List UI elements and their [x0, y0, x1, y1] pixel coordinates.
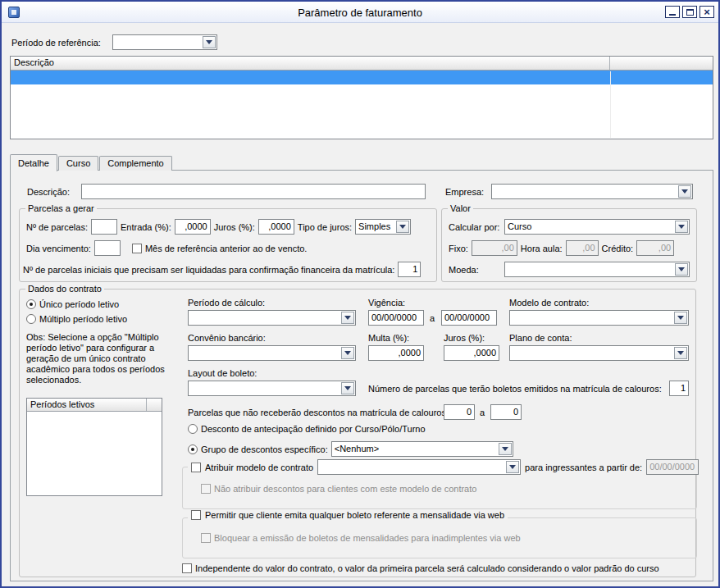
list-column-divider	[146, 399, 147, 411]
chevron-down-icon[interactable]	[203, 36, 216, 48]
tab-curso[interactable]: Curso	[58, 156, 98, 171]
plano-conta-select[interactable]	[509, 345, 689, 361]
unico-periodo-radio[interactable]	[26, 299, 36, 309]
mes-referencia-label[interactable]: Mês de referência anterior ao de vencto.	[145, 244, 308, 253]
chevron-down-icon[interactable]	[396, 221, 409, 233]
num-parcelas-input[interactable]	[91, 219, 117, 235]
obs-text: Obs: Selecione a opção "Múltiplo período…	[26, 332, 177, 385]
tipo-juros-select[interactable]: Simples	[355, 219, 411, 235]
nao-atribuir-descontos-label: Não atribuir descontos para clientes com…	[214, 484, 476, 494]
parcelas-sem-desconto-fim-input[interactable]: 0	[490, 404, 522, 420]
parcelas-sem-desconto-separator: a	[480, 408, 485, 417]
empresa-select[interactable]	[491, 184, 693, 199]
unico-periodo-label[interactable]: Único período letivo	[39, 299, 119, 309]
permitir-boleto-web-checkbox[interactable]	[191, 510, 201, 520]
calcular-por-select[interactable]: Curso	[504, 219, 690, 235]
calcular-por-label: Calcular por:	[449, 222, 501, 232]
desconto-antecipacao-label[interactable]: Desconto de antecipação definido por Cur…	[201, 424, 426, 434]
chevron-down-icon[interactable]	[674, 347, 687, 359]
atribuir-modelo-checkbox[interactable]	[191, 463, 201, 472]
independente-valor-checkbox[interactable]	[182, 563, 192, 573]
ingressantes-data-input: 00/00/0000	[646, 459, 699, 475]
chevron-down-icon[interactable]	[675, 263, 688, 276]
atribuir-modelo-value	[318, 460, 505, 474]
valor-row-2: Fixo: ,00 Hora aula: ,00 Crédito: ,00	[449, 240, 690, 256]
nao-atribuir-row: Não atribuir descontos para clientes com…	[201, 484, 476, 494]
atribuir-modelo-label[interactable]: Atribuir modelo de contrato	[205, 463, 313, 472]
tab-complemento[interactable]: Complemento	[99, 156, 171, 171]
tab-detalhe[interactable]: Detalhe	[10, 154, 57, 171]
entrada-input[interactable]: ,0000	[175, 219, 211, 235]
bloquear-emissao-row: Bloquear a emissão de boletos de mensali…	[201, 533, 521, 543]
multiplo-periodo-radio[interactable]	[26, 314, 36, 324]
multa-input[interactable]: ,0000	[368, 345, 424, 361]
juros-contrato-label: Juros (%):	[444, 333, 485, 343]
moeda-select[interactable]	[504, 262, 690, 277]
bloquear-emissao-label: Bloquear a emissão de boletos de mensali…	[214, 533, 521, 543]
group-atribuir-modelo: Atribuir modelo de contrato para ingress…	[182, 467, 697, 509]
layout-boleto-select[interactable]	[188, 381, 356, 396]
parcelas-row-2: Dia vencimento: Mês de referência anteri…	[26, 240, 307, 256]
grid-selected-row[interactable]	[11, 71, 713, 84]
dia-vencimento-input[interactable]	[94, 240, 121, 256]
plano-conta-label: Plano de conta:	[509, 333, 572, 343]
parcelas-iniciais-input[interactable]: 1	[398, 262, 421, 277]
minimize-icon	[669, 14, 676, 16]
grupo-descontos-row: Grupo de descontos específico: <Nenhum>	[188, 441, 513, 457]
chevron-down-icon[interactable]	[341, 312, 354, 324]
close-button[interactable]	[699, 6, 714, 18]
num-boletos-label: Número de parcelas que terão boletos emi…	[368, 384, 662, 394]
vigencia-fim-input[interactable]: 00/00/0000	[441, 310, 497, 326]
modelo-contrato-select[interactable]	[509, 310, 689, 326]
credito-input: ,00	[636, 240, 674, 256]
convenio-bancario-select[interactable]	[188, 345, 356, 361]
permitir-boleto-web-label[interactable]: Permitir que cliente emita qualquer bole…	[205, 510, 504, 520]
permitir-boleto-legend: Permitir que cliente emita qualquer bole…	[188, 510, 508, 520]
grupo-descontos-value: <Nenhum>	[332, 442, 498, 456]
chevron-down-icon[interactable]	[678, 185, 691, 198]
hora-aula-input: ,00	[566, 240, 599, 256]
chevron-down-icon[interactable]	[506, 461, 519, 473]
atribuir-modelo-select[interactable]	[317, 459, 521, 475]
periodo-referencia-select[interactable]	[112, 34, 217, 50]
vigencia-label: Vigência:	[368, 298, 405, 308]
grupo-descontos-select[interactable]: <Nenhum>	[331, 441, 513, 457]
multiplo-periodo-label[interactable]: Múltiplo período letivo	[39, 314, 127, 324]
resultados-grid[interactable]: Descrição	[10, 56, 713, 139]
juros-contrato-input[interactable]: ,0000	[444, 345, 499, 361]
group-valor-title: Valor	[448, 203, 473, 213]
mes-referencia-checkbox[interactable]	[132, 244, 142, 253]
minimize-button[interactable]	[665, 6, 680, 18]
grid-column-descricao[interactable]: Descrição	[11, 57, 610, 70]
chevron-down-icon[interactable]	[675, 221, 688, 233]
convenio-label: Convênio bancário:	[188, 333, 266, 343]
multiplo-periodo-row: Múltiplo período letivo	[26, 314, 127, 324]
grupo-descontos-label[interactable]: Grupo de descontos específico:	[201, 444, 328, 454]
dialog-parametro-faturamento: Parâmetro de faturamento Período de refe…	[0, 0, 720, 588]
independente-valor-label[interactable]: Independente do valor do contrato, o val…	[195, 563, 659, 573]
periodos-letivos-list[interactable]: Períodos letivos	[26, 398, 162, 496]
parcelas-sem-desconto-inicio-input[interactable]: 0	[444, 404, 475, 420]
fixo-label: Fixo:	[449, 244, 468, 253]
vigencia-inicio-input[interactable]: 00/00/0000	[368, 310, 424, 326]
maximize-icon	[686, 9, 694, 16]
juros-label: Juros (%):	[214, 222, 255, 232]
grupo-descontos-radio[interactable]	[188, 444, 198, 454]
chevron-down-icon[interactable]	[674, 312, 687, 324]
periodo-calculo-select[interactable]	[188, 310, 356, 326]
desconto-antecipacao-radio[interactable]	[188, 424, 198, 434]
chevron-down-icon[interactable]	[341, 382, 354, 394]
group-parcelas-a-gerar: Parcelas a gerar Nº de parcelas: Entrada…	[19, 208, 437, 282]
modelo-contrato-label: Modelo de contrato:	[509, 298, 589, 308]
juros-input[interactable]: ,0000	[258, 219, 294, 235]
desconto-antecipacao-row: Desconto de antecipação definido por Cur…	[188, 424, 426, 434]
periodo-calculo-label: Período de cálculo:	[188, 298, 265, 308]
chevron-down-icon[interactable]	[341, 347, 354, 359]
grid-column-extra[interactable]	[610, 57, 713, 70]
tab-strip: Detalhe Curso Complemento	[10, 154, 173, 171]
chevron-down-icon[interactable]	[499, 443, 512, 455]
maximize-button[interactable]	[682, 6, 697, 18]
descricao-input[interactable]	[81, 184, 426, 199]
num-boletos-calouros-input[interactable]: 1	[669, 381, 689, 396]
convenio-value	[189, 346, 340, 360]
